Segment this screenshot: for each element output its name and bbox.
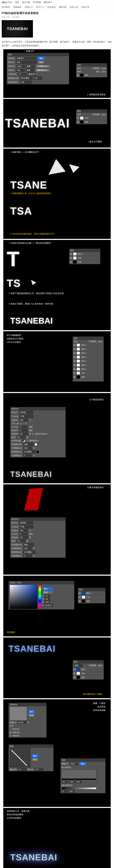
cat-item[interactable]: 滤镜教程 [13,6,22,9]
gaussian-radio[interactable]: ◉ [10,732,11,734]
contour-swatch[interactable] [23,439,25,442]
cancel-button[interactable]: 取消 [42,591,53,594]
depth-field[interactable] [20,419,28,422]
layer-row[interactable]: TTSA [73,371,104,375]
save-preset-button[interactable]: 存储预设(S)... [36,65,51,68]
ok-button[interactable]: 确定 [79,762,86,766]
out-white[interactable] [69,790,75,793]
ok-button[interactable]: 确定 [28,710,35,713]
preset-field[interactable]: 自定 [16,61,37,64]
bg-content-field[interactable]: 白色 [20,81,32,84]
white-point[interactable] [76,780,81,783]
channel-field[interactable]: RGB [70,763,78,765]
callout-11b: 选择所有文字图层 [7,337,24,340]
ok-button[interactable]: 确定 [32,754,38,757]
nav-design[interactable]: 设计干货 [22,1,30,4]
shadow-opacity[interactable] [23,454,32,457]
layer-row[interactable]: 形状 1 [73,347,104,351]
layer-row[interactable]: 背景 [76,120,107,124]
nav-logo[interactable]: 标志设计 [44,1,52,4]
new-document-dialog: 新建 名称(N):确定 预设(P):自定取消 宽度(W):像素存储预设(S)..… [7,53,69,84]
site-brand[interactable]: abcj.PNG [2,1,12,4]
cat-item[interactable]: 推荐教程 [2,6,10,9]
cat-item[interactable]: 摄影P图 [59,6,67,9]
curve-graph[interactable] [10,748,31,767]
highlight-opacity[interactable] [24,447,32,450]
cat-item[interactable]: 质感文字 [25,6,33,9]
hue-slider[interactable] [38,585,41,609]
highlight-color[interactable] [35,443,37,446]
cat-item[interactable]: 新手入门 [36,6,44,9]
big-letter: T [7,249,20,270]
amount-field[interactable] [18,721,26,724]
nav-text-fx[interactable]: 文字特效 [33,1,41,4]
antialias-checkbox[interactable]: ☐ [26,439,28,442]
cat-item[interactable]: 场景合成 [70,6,78,9]
visibility-icon[interactable] [77,117,79,119]
dir-up-radio[interactable]: ◉ [17,422,18,425]
cancel-button[interactable]: 取消 [38,61,45,64]
visibility-icon[interactable] [77,74,79,76]
callout-16a: 新建一个图层 [93,702,106,705]
out-black[interactable] [62,790,68,793]
hex-field[interactable] [44,604,53,607]
delete-preset-button[interactable]: 删除预设(D)... [35,69,50,72]
angle-field[interactable] [20,432,28,435]
layer-row[interactable]: 形状 1 [73,351,104,355]
resolution-field[interactable] [18,73,27,76]
article-header: PS制作破碎玻璃字体效果教程 佚名 分类：文字特效 [0,10,114,20]
step-image-4-6: 4鼠标右键——点击栅格化文字 TSANE 5切换到钢笔工具，在文字上面切割里的部… [3,149,111,239]
sample-text: TSANEBAI [8,644,55,653]
layer-row[interactable]: 形状 1 [73,363,104,367]
layer-row[interactable]: 形状 1 [73,355,104,359]
highlight-mode[interactable]: 滤色 [23,443,34,446]
dir-down-radio[interactable]: ○ [23,423,24,425]
height-field[interactable] [16,69,25,72]
callout-6: 6Ctrl+Enter转换到选区，按"M"切换到选区工具 [10,232,54,236]
b-field[interactable] [44,601,50,603]
output-field[interactable] [18,768,27,771]
input-field[interactable] [35,768,43,771]
layer-row[interactable]: TTSA [76,116,107,120]
gamma[interactable] [69,780,75,783]
sample-text: TSANE [10,180,47,190]
blend-mode-field[interactable]: 滤色 [74,664,82,667]
levels-dialog: 色阶 通道(C):RGB 确定 输入色阶(I): 输出色阶(O): [61,758,106,793]
layer-row[interactable]: 形状 1 [73,343,104,347]
global-light-checkbox[interactable]: ☑ [32,433,34,435]
color-mode-field[interactable]: RGB 颜色 [20,76,32,80]
technique-field[interactable]: 平滑 [20,415,33,418]
category-bar: 推荐教程 滤镜教程 质感文字 新手入门 配色教程 摄影P图 场景合成 经验分享 [0,5,114,10]
style-field[interactable]: 内斜面 [19,411,33,414]
ok-button[interactable]: 确定 [38,57,45,60]
color-field[interactable] [10,585,37,609]
black-point[interactable] [62,780,68,783]
cat-item[interactable]: 经验分享 [81,6,89,9]
layer-name: 背景 [84,121,88,123]
size-field[interactable] [19,426,28,428]
layer-row[interactable]: 背景 [76,73,107,77]
uniform-radio[interactable]: ○ [10,728,11,730]
name-field[interactable] [16,57,37,60]
visibility-icon[interactable] [77,121,79,123]
ok-button[interactable]: 确定 [42,587,53,590]
cancel-button[interactable]: 取消 [32,758,38,761]
layer-row[interactable]: 形状 1 [73,367,104,371]
shadow-mode[interactable]: 正片叠底 [23,450,35,454]
altitude-field[interactable] [17,436,26,439]
layer-row[interactable]: 背景 [73,375,104,379]
g-field[interactable] [45,597,50,600]
width-field[interactable] [16,65,25,68]
callout-17a: 选择画笔工具，用柔边笔 [7,810,30,813]
cancel-button[interactable]: 取消 [28,714,35,717]
curves-dialog: 曲线 确定 取消 输出(O): 输入(I): [8,744,53,771]
cat-item[interactable]: 配色教程 [47,6,56,9]
r-field[interactable] [45,594,50,597]
nav-home[interactable]: 首页 [15,1,19,4]
layer-row[interactable]: 形状 1 [73,359,104,363]
mono-checkbox[interactable]: ☑ [10,735,11,737]
histogram[interactable] [62,769,96,780]
soften-field[interactable] [19,429,28,432]
shadow-color[interactable] [36,451,39,453]
output-gradient[interactable] [62,787,96,789]
